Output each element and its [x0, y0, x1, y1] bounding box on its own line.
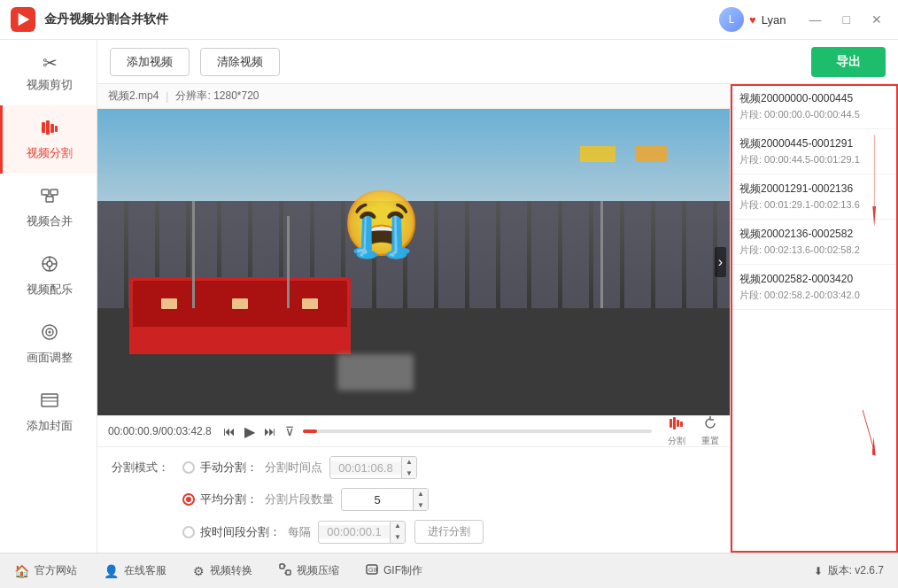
- segment-title: 视频20002136-0002582: [739, 227, 889, 242]
- player-controls: 00:00:00.9/00:03:42.8 ⏮ ▶ ⏭ ⊽: [97, 415, 730, 447]
- filter-button[interactable]: ⊽: [285, 424, 294, 438]
- do-split-button[interactable]: 进行分割: [414, 520, 484, 544]
- footer-official-site[interactable]: 🏠 官方网站: [14, 563, 77, 578]
- progress-bar[interactable]: [303, 429, 652, 433]
- play-button[interactable]: ▶: [244, 423, 255, 440]
- manual-spinners: ▲ ▼: [401, 456, 416, 479]
- svg-text:GIF: GIF: [368, 567, 378, 573]
- segment-sub: 片段: 00:02:58.2-00:03:42.0: [739, 289, 889, 302]
- svg-rect-2: [46, 120, 50, 135]
- skip-forward-button[interactable]: ⏭: [264, 424, 276, 438]
- segment-list-item[interactable]: 视频20001291-0002136 片段: 00:01:29.1-00:02:…: [731, 174, 898, 220]
- sidebar-item-video-cut[interactable]: ✂ 视频剪切: [0, 40, 97, 105]
- manual-spin-up[interactable]: ▲: [402, 456, 416, 468]
- average-split-radio[interactable]: 平均分割：: [182, 491, 258, 507]
- interval-split-label: 按时间段分割：: [200, 524, 281, 540]
- minimize-button[interactable]: —: [804, 11, 827, 28]
- sidebar-label-image-adjust: 画面调整: [27, 350, 73, 366]
- interval-time-input[interactable]: [319, 525, 390, 538]
- svg-rect-29: [286, 570, 290, 575]
- clear-video-button[interactable]: 清除视频: [200, 48, 280, 76]
- sidebar-label-video-cut: 视频剪切: [27, 77, 73, 93]
- segment-sub: 片段: 00:00:44.5-00:01:29.1: [739, 153, 889, 166]
- video-nav-right[interactable]: ›: [715, 247, 726, 277]
- interval-split-radio[interactable]: 按时间段分割：: [182, 524, 281, 540]
- skip-back-button[interactable]: ⏮: [223, 424, 236, 438]
- footer-gif-make[interactable]: GIF GIF制作: [366, 563, 422, 578]
- yellow-block-1: [580, 146, 615, 162]
- video-display[interactable]: 😭 ›: [97, 109, 730, 415]
- user-name: Lyan: [762, 13, 786, 27]
- segment-list-item[interactable]: 视频20000445-0001291 片段: 00:00:44.5-00:01:…: [731, 129, 898, 174]
- window-controls: — □ ✕: [804, 11, 887, 28]
- merge-icon: [40, 186, 59, 210]
- sidebar-label-video-merge: 视频合并: [27, 213, 73, 229]
- reset-icon: [702, 415, 718, 435]
- manual-time-input[interactable]: [330, 461, 401, 475]
- manual-spin-down[interactable]: ▼: [402, 468, 416, 479]
- interval-radio-circle: [182, 526, 195, 538]
- interval-spinners: ▲ ▼: [390, 521, 405, 544]
- segment-panel: 视频20000000-0000445 片段: 00:00:00.0-00:00:…: [730, 84, 898, 553]
- blur-region: [337, 354, 414, 391]
- interval-spin-up[interactable]: ▲: [391, 521, 405, 532]
- sidebar-item-video-merge[interactable]: 视频合并: [0, 174, 97, 242]
- segment-title: 视频20000000-0000445: [739, 91, 889, 106]
- sidebar-item-image-adjust[interactable]: 画面调整: [0, 310, 97, 378]
- video-info-bar: 视频2.mp4 | 分辨率: 1280*720: [97, 84, 730, 109]
- compress-icon: [279, 563, 291, 578]
- footer-compress-label: 视频压缩: [297, 563, 339, 578]
- footer-version: ⬇ 版本: v2.6.7: [814, 563, 884, 578]
- close-button[interactable]: ✕: [866, 11, 887, 28]
- svg-rect-25: [680, 422, 683, 427]
- sidebar-item-video-split[interactable]: 视频分割: [0, 105, 97, 174]
- lamp-pole-1: [192, 201, 195, 308]
- interval-spin-down[interactable]: ▼: [391, 532, 405, 544]
- progress-fill: [303, 429, 317, 433]
- tram-vehicle: [129, 277, 351, 354]
- sidebar-item-video-music[interactable]: 视频配乐: [0, 242, 97, 310]
- svg-line-27: [863, 410, 874, 451]
- manual-split-radio[interactable]: 手动分割：: [182, 460, 258, 476]
- split-controls: 分割模式： 手动分割： 分割时间点 ▲ ▼: [97, 447, 730, 553]
- svg-point-11: [47, 261, 52, 267]
- video-panel: 视频2.mp4 | 分辨率: 1280*720: [97, 84, 730, 553]
- svg-rect-24: [677, 420, 679, 427]
- segment-list-item[interactable]: 视频20002582-0003420 片段: 00:02:58.2-00:03:…: [731, 265, 898, 310]
- segment-list-item[interactable]: 视频20000000-0000445 片段: 00:00:00.0-00:00:…: [731, 84, 898, 129]
- manual-split-label: 手动分割：: [200, 460, 258, 476]
- segment-count-field-label: 分割片段数量: [265, 491, 334, 507]
- adjust-icon: [40, 322, 59, 346]
- average-spin-down[interactable]: ▼: [414, 499, 428, 511]
- svg-rect-6: [50, 190, 58, 195]
- footer-video-compress[interactable]: 视频压缩: [279, 563, 339, 578]
- export-button[interactable]: 导出: [811, 47, 886, 77]
- maximize-button[interactable]: □: [838, 11, 855, 28]
- content-area: 添加视频 清除视频 导出 视频2.mp4 | 分辨率: 1280*720: [97, 40, 898, 553]
- average-spinners: ▲ ▼: [413, 488, 428, 511]
- video-resolution: 分辨率: 1280*720: [175, 89, 259, 104]
- sidebar-item-add-cover[interactable]: 添加封面: [0, 378, 97, 446]
- svg-rect-19: [42, 394, 58, 406]
- average-count-input[interactable]: [342, 493, 413, 507]
- footer-gif-label: GIF制作: [383, 563, 422, 578]
- svg-rect-5: [42, 190, 49, 195]
- split-icon: [40, 118, 59, 142]
- person-icon: 👤: [104, 564, 119, 578]
- footer-customer-service[interactable]: 👤 在线客服: [104, 563, 166, 578]
- reset-label: 重置: [701, 435, 719, 447]
- segment-list-item[interactable]: 视频20002136-0002582 片段: 00:02:13.6-00:02:…: [731, 220, 898, 265]
- footer-convert-label: 视频转换: [210, 563, 252, 578]
- toolbar: 添加视频 清除视频 导出: [97, 40, 898, 84]
- average-split-row: 平均分割： 分割片段数量 ▲ ▼: [112, 488, 716, 511]
- main-layout: ✂ 视频剪切 视频分割: [0, 40, 898, 553]
- segment-sub: 片段: 00:01:29.1-00:02:13.6: [739, 198, 889, 212]
- ctrl-icons-right: 分割 重置: [668, 415, 719, 447]
- avatar: L: [719, 7, 744, 32]
- footer-official-label: 官方网站: [35, 563, 77, 578]
- reset-control-icon[interactable]: 重置: [701, 415, 719, 447]
- average-spin-up[interactable]: ▲: [414, 488, 428, 499]
- split-control-icon[interactable]: 分割: [668, 415, 685, 447]
- footer-video-convert[interactable]: ⚙ 视频转换: [193, 563, 252, 578]
- add-video-button[interactable]: 添加视频: [110, 48, 190, 76]
